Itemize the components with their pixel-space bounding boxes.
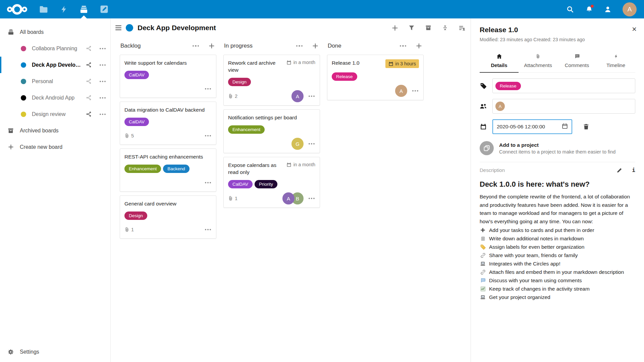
card-more-icon[interactable] <box>308 142 315 146</box>
card-details-panel: Release 1.0 × Modified: 23 minutes ago C… <box>471 18 644 362</box>
card-write-support-for-calendars[interactable]: Write support for calendars CalDAV <box>120 55 216 98</box>
sidebar-board-deck-android-app[interactable]: Deck Android App <box>0 89 110 106</box>
comment-icon <box>574 54 580 60</box>
archive-box-icon <box>7 128 14 134</box>
sidebar-item-archived-boards[interactable]: Archived boards <box>0 122 110 139</box>
share-icon[interactable] <box>86 95 92 101</box>
board-columns: Backlog Write support for calendars CalD… <box>111 37 471 242</box>
card-rework-card-archive-view[interactable]: Rework card archive view in a month Desi… <box>223 55 320 106</box>
more-icon[interactable] <box>100 48 106 49</box>
more-icon[interactable] <box>100 114 106 115</box>
notes-app-icon[interactable] <box>99 0 109 18</box>
trash-icon[interactable] <box>583 123 589 130</box>
label-chip: Backend <box>163 165 190 173</box>
laptop-icon <box>480 295 486 300</box>
add-to-project[interactable]: Add to a project Connect items to a proj… <box>480 141 635 155</box>
column-name: Done <box>328 43 400 49</box>
card-more-icon[interactable] <box>308 94 315 98</box>
label-chip: Enhancement <box>124 165 161 173</box>
board-name: Personal <box>32 78 80 84</box>
filter-funnel-icon[interactable] <box>408 24 415 31</box>
board-color-dot <box>21 62 26 68</box>
card-more-icon[interactable] <box>204 228 212 232</box>
tab-details[interactable]: Details <box>480 51 519 73</box>
compact-mode-icon[interactable] <box>442 24 448 31</box>
label-chip: Design <box>228 78 251 86</box>
notification-badge <box>591 5 594 8</box>
create-new-board-label: Create new board <box>20 144 62 150</box>
settings-label: Settings <box>20 349 39 355</box>
tags-input[interactable]: Release <box>492 78 635 93</box>
add-card-plus-icon[interactable] <box>416 43 422 49</box>
card-more-icon[interactable] <box>204 87 212 91</box>
tab-comments[interactable]: Comments <box>557 51 596 73</box>
card-more-icon[interactable] <box>204 181 212 185</box>
share-icon[interactable] <box>86 62 92 68</box>
tab-timeline[interactable]: Timeline <box>596 51 635 73</box>
gear-icon <box>7 349 14 355</box>
sidebar-item-create-new-board[interactable]: Create new board <box>0 139 110 155</box>
share-icon[interactable] <box>86 78 92 84</box>
tag-chip: Release <box>495 82 521 90</box>
calendar-picker-icon[interactable] <box>562 123 568 130</box>
share-icon[interactable] <box>86 111 92 117</box>
projects-icon <box>480 141 494 155</box>
more-icon[interactable] <box>100 81 106 82</box>
assignees-row: A <box>480 99 635 114</box>
link-icon <box>480 269 486 275</box>
user-avatar[interactable]: A <box>623 2 637 16</box>
description-intro: Beyond the complete rewrite of the front… <box>480 193 635 226</box>
sidebar-board-personal[interactable]: Personal <box>0 73 110 89</box>
card-data-migration[interactable]: Data migration to CalDAV backend CalDAV … <box>120 102 216 145</box>
list-item: Discuss with your team using comments <box>480 276 635 285</box>
board-details-icon[interactable] <box>459 24 465 31</box>
assignee-avatar: A <box>282 192 294 204</box>
add-card-plus-icon[interactable] <box>312 43 319 49</box>
card-more-icon[interactable] <box>204 134 212 138</box>
column-more-icon[interactable] <box>400 45 407 47</box>
card-general-card-overview[interactable]: General card overview Design 1 <box>120 195 216 239</box>
board-menu-icon[interactable] <box>115 25 121 30</box>
assignees-input[interactable]: A <box>492 99 635 114</box>
sidebar-board-design-review[interactable]: Design review <box>0 106 110 122</box>
comment-icon <box>480 278 486 283</box>
card-notification-settings[interactable]: Notification settings per board Enhancem… <box>223 109 320 153</box>
board-color-dot <box>126 24 133 32</box>
sidebar-board-collabora-planning[interactable]: Collabora Planning <box>0 40 110 57</box>
sidebar-item-settings[interactable]: Settings <box>0 344 110 360</box>
add-list-plus-icon[interactable] <box>391 24 398 31</box>
attachment-count: 1 <box>228 196 237 201</box>
search-icon[interactable] <box>566 5 574 13</box>
card-rest-api-caching[interactable]: REST-API caching enhancements Enhancemen… <box>120 148 216 192</box>
due-date: in a month <box>286 162 315 167</box>
label-icon <box>480 244 486 250</box>
more-icon[interactable] <box>100 97 106 99</box>
add-card-plus-icon[interactable] <box>208 43 215 49</box>
contacts-icon[interactable] <box>604 5 612 13</box>
close-icon[interactable]: × <box>632 25 637 33</box>
due-date-badge: in 3 hours <box>385 59 419 68</box>
card-more-icon[interactable] <box>308 196 315 200</box>
nextcloud-logo-icon[interactable] <box>7 4 28 15</box>
files-app-folder-icon[interactable] <box>39 0 48 18</box>
sidebar-item-all-boards[interactable]: All boards <box>0 24 110 40</box>
show-archived-icon[interactable] <box>425 24 432 31</box>
edit-pencil-icon[interactable] <box>617 167 623 173</box>
column-header: Done <box>327 37 424 55</box>
activity-lightning-icon[interactable] <box>59 0 68 18</box>
sidebar-board-deck-app-development[interactable]: Deck App Develo… <box>0 57 110 73</box>
deck-app-icon[interactable] <box>79 0 89 18</box>
column-more-icon[interactable] <box>193 45 199 47</box>
due-date-input[interactable]: 2020-05-06 12:00:00 <box>492 119 572 134</box>
more-icon[interactable] <box>100 64 106 66</box>
tab-attachments[interactable]: Attachments <box>519 51 557 73</box>
assignee-avatar: A <box>395 85 407 97</box>
notifications-bell-icon[interactable] <box>585 5 593 13</box>
label-chip: Enhancement <box>228 125 265 134</box>
column-more-icon[interactable] <box>296 45 303 47</box>
info-icon[interactable]: i <box>632 167 635 173</box>
card-expose-calendars[interactable]: Expose calendars as read only in a month… <box>223 157 320 208</box>
card-release-1-0[interactable]: Release 1.0 in 3 hours Release A <box>327 55 424 100</box>
share-icon[interactable] <box>86 46 92 51</box>
card-more-icon[interactable] <box>412 89 419 93</box>
